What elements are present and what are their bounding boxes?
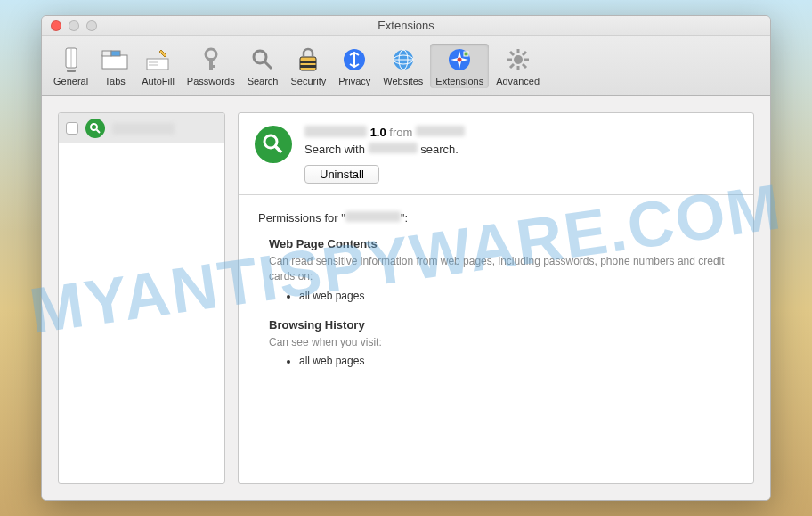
svg-rect-11 <box>209 65 215 68</box>
tab-label: AutoFill <box>142 76 175 86</box>
extension-version: 1.0 <box>370 126 386 139</box>
svg-rect-15 <box>300 61 316 63</box>
extension-list-item[interactable]: ████████ <box>59 113 224 143</box>
perm-section-history: Browsing History Can see when you visit:… <box>258 318 734 368</box>
autofill-icon <box>143 45 172 74</box>
tab-privacy[interactable]: Privacy <box>333 44 376 88</box>
tab-autofill[interactable]: AutoFill <box>136 44 180 88</box>
detail-header-text: ████████ 1.0 from ████████ Search with █… <box>304 126 737 184</box>
svg-rect-24 <box>464 52 468 56</box>
tabs-icon <box>101 45 129 74</box>
svg-line-31 <box>523 64 526 68</box>
svg-point-25 <box>514 55 523 64</box>
tab-label: General <box>53 76 88 86</box>
tab-label: Security <box>290 76 326 86</box>
extension-detail-panel: ████████ 1.0 from ████████ Search with █… <box>238 112 754 484</box>
tab-general[interactable]: General <box>48 44 93 88</box>
tab-advanced[interactable]: Advanced <box>491 44 545 88</box>
window-title: Extensions <box>42 19 770 32</box>
tab-search[interactable]: Search <box>242 44 284 88</box>
tab-label: Tabs <box>105 76 126 86</box>
detail-header: ████████ 1.0 from ████████ Search with █… <box>239 113 753 195</box>
traffic-lights <box>42 20 97 31</box>
svg-line-37 <box>275 146 281 152</box>
svg-rect-10 <box>209 58 213 70</box>
svg-point-34 <box>91 124 97 130</box>
svg-point-12 <box>254 51 266 63</box>
perm-desc: Can read sensitive information from web … <box>269 254 734 284</box>
tab-security[interactable]: Security <box>285 44 331 88</box>
tab-passwords[interactable]: Passwords <box>182 44 240 88</box>
svg-point-23 <box>458 57 462 61</box>
permissions-section: Permissions for "████████": Web Page Con… <box>239 195 753 399</box>
svg-rect-14 <box>300 57 316 70</box>
advanced-icon <box>504 45 532 74</box>
tab-websites[interactable]: Websites <box>378 44 428 88</box>
svg-rect-4 <box>102 51 111 56</box>
svg-line-13 <box>264 61 272 69</box>
svg-line-33 <box>523 52 526 55</box>
svg-point-36 <box>264 135 277 148</box>
websites-icon <box>389 45 418 74</box>
svg-rect-6 <box>147 59 168 70</box>
content-area: ████████ ████████ 1.0 from ████████ Sear… <box>42 96 770 500</box>
extension-detail-icon <box>255 126 292 163</box>
passwords-icon <box>197 45 225 74</box>
titlebar: Extensions <box>42 16 770 36</box>
svg-line-35 <box>97 130 101 134</box>
perm-item: all web pages <box>299 290 734 302</box>
desc-mid-redacted: ████████ <box>369 143 418 153</box>
svg-line-32 <box>510 64 514 68</box>
extension-enable-checkbox[interactable] <box>66 122 78 135</box>
perm-title: Web Page Contents <box>269 237 734 250</box>
svg-rect-5 <box>111 51 120 56</box>
perm-desc: Can see when you visit: <box>269 335 734 350</box>
extension-name-redacted: ████████ <box>112 123 175 135</box>
extensions-icon <box>445 45 474 74</box>
security-icon <box>294 45 322 74</box>
zoom-window-button[interactable] <box>86 20 97 31</box>
search-icon <box>248 45 277 74</box>
tab-label: Advanced <box>496 76 540 86</box>
extension-title-redacted: ████████ <box>304 126 367 137</box>
svg-rect-2 <box>67 70 76 72</box>
general-icon <box>57 45 85 74</box>
from-label: from <box>389 126 412 139</box>
svg-rect-16 <box>300 65 316 68</box>
tab-label: Search <box>248 76 279 86</box>
perm-item: all web pages <box>299 355 734 367</box>
perm-header-name-redacted: ████████ <box>345 211 401 222</box>
permissions-header: Permissions for "████████": <box>258 211 734 225</box>
perm-section-webpage: Web Page Contents Can read sensitive inf… <box>258 237 734 302</box>
tab-extensions[interactable]: Extensions <box>430 44 489 88</box>
privacy-icon <box>340 45 369 74</box>
tab-label: Extensions <box>435 76 483 86</box>
tab-label: Privacy <box>338 76 370 86</box>
uninstall-button[interactable]: Uninstall <box>304 165 379 184</box>
extensions-list: ████████ <box>58 112 225 484</box>
svg-rect-3 <box>102 55 127 69</box>
toolbar: General Tabs AutoFill Passwords Search <box>42 36 770 96</box>
tab-tabs[interactable]: Tabs <box>95 44 134 88</box>
tab-label: Websites <box>383 76 423 86</box>
extension-item-icon <box>85 119 105 138</box>
extension-author-redacted: ████████ <box>416 126 465 136</box>
perm-header-prefix: Permissions for " <box>258 211 345 225</box>
perm-title: Browsing History <box>269 318 734 332</box>
tab-label: Passwords <box>187 76 235 86</box>
desc-prefix: Search with <box>304 143 365 156</box>
minimize-window-button[interactable] <box>69 20 79 31</box>
close-window-button[interactable] <box>51 20 61 31</box>
svg-line-30 <box>510 52 514 55</box>
preferences-window: Extensions General Tabs AutoFill Passwor… <box>41 15 771 501</box>
